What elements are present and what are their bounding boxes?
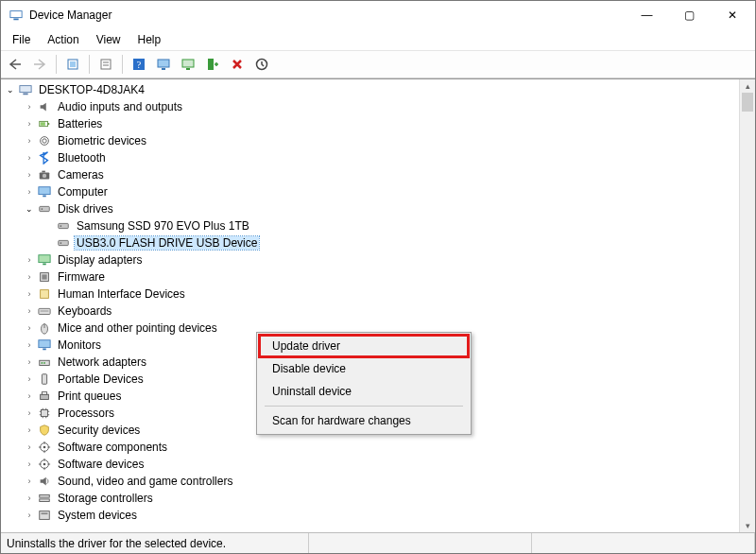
forward-arrow-icon[interactable]	[29, 54, 50, 75]
tree-item[interactable]: ›Audio inputs and outputs	[20, 98, 739, 115]
ctx-separator	[265, 406, 463, 407]
scan-toolbar-icon[interactable]	[202, 54, 223, 75]
expand-icon[interactable]: ›	[24, 322, 35, 334]
expand-icon[interactable]: ›	[24, 271, 35, 283]
expand-icon[interactable]: ›	[24, 356, 35, 368]
expand-icon[interactable]: ›	[24, 493, 35, 504]
expand-icon[interactable]: ›	[24, 305, 35, 317]
tree-item-label: Computer	[56, 185, 110, 199]
tree-item-label: Software devices	[56, 458, 146, 471]
tree-item-label: USB3.0 FLASH DRIVE USB Device	[75, 236, 259, 250]
expand-icon[interactable]: ›	[24, 390, 35, 402]
back-arrow-icon[interactable]	[5, 54, 26, 75]
menu-action[interactable]: Action	[40, 31, 86, 48]
svg-point-30	[60, 225, 62, 227]
tree-item-label: Print queues	[56, 390, 123, 403]
expand-icon[interactable]: ›	[24, 288, 35, 300]
expand-icon[interactable]: ›	[24, 459, 35, 470]
svg-point-20	[41, 137, 49, 146]
scroll-thumb[interactable]	[742, 93, 753, 112]
ctx-update-driver[interactable]: Update driver	[259, 335, 469, 357]
expand-icon[interactable]: ›	[24, 373, 35, 385]
disk-icon	[56, 218, 71, 234]
tree-item[interactable]: ›Firmware	[20, 268, 739, 286]
tree-item[interactable]: ›Software devices	[20, 456, 739, 473]
collapse-icon[interactable]: ⌄	[24, 203, 35, 215]
svg-point-28	[42, 208, 43, 210]
expand-icon[interactable]: ›	[24, 407, 35, 419]
tree-item-label: Biometric devices	[56, 134, 148, 147]
expand-icon[interactable]: ›	[24, 254, 35, 266]
vertical-scrollbar[interactable]: ▴ ▾	[739, 79, 755, 532]
collapse-icon[interactable]: ⌄	[5, 84, 16, 95]
uninstall-toolbar-icon[interactable]	[227, 54, 248, 75]
tree-item[interactable]: ›Biometric devices	[20, 132, 739, 149]
titlebar: Device Manager — ▢ ✕	[1, 1, 755, 29]
minimize-button[interactable]: —	[626, 2, 668, 28]
tree-item-label: Monitors	[56, 338, 103, 352]
properties-icon[interactable]	[95, 54, 116, 75]
window-controls: — ▢ ✕	[626, 2, 753, 28]
scroll-down-icon[interactable]: ▾	[740, 519, 755, 532]
svg-rect-36	[42, 274, 46, 279]
tree-item[interactable]: ›Software components	[20, 439, 739, 456]
printer-icon	[37, 389, 52, 404]
ctx-scan-hardware[interactable]: Scan for hardware changes	[259, 409, 469, 432]
expand-icon[interactable]: ›	[24, 101, 35, 113]
system-icon	[37, 508, 52, 523]
tree-scroll-area[interactable]: ⌄DESKTOP-4D8JAK4›Audio inputs and output…	[1, 79, 739, 532]
expand-icon[interactable]: ›	[24, 476, 35, 487]
help-icon[interactable]: ?	[129, 54, 149, 75]
svg-rect-16	[23, 94, 27, 95]
mouse-icon	[37, 320, 52, 336]
expand-icon[interactable]: ›	[24, 424, 35, 436]
tree-item[interactable]: ›Bluetooth	[20, 149, 739, 166]
ctx-disable-device[interactable]: Disable device	[259, 357, 469, 380]
show-hidden-icon[interactable]	[62, 54, 83, 75]
svg-rect-48	[41, 394, 49, 399]
device-manager-window: Device Manager — ▢ ✕ File Action View He…	[0, 0, 756, 554]
expand-icon[interactable]: ›	[24, 186, 35, 198]
tree-item[interactable]: ⌄DESKTOP-4D8JAK4	[1, 81, 739, 98]
maximize-button[interactable]: ▢	[668, 2, 711, 28]
expand-icon[interactable]: ›	[24, 169, 35, 181]
security-icon	[37, 423, 52, 438]
menu-file[interactable]: File	[5, 31, 38, 48]
tree-item[interactable]: Samsung SSD 970 EVO Plus 1TB	[39, 217, 739, 234]
menu-help[interactable]: Help	[130, 31, 169, 48]
tree-item[interactable]: ›Cameras	[20, 166, 739, 183]
tree-item[interactable]: ›Sound, video and game controllers	[20, 473, 739, 490]
tree-item[interactable]: ›System devices	[20, 507, 739, 524]
statusbar: Uninstalls the driver for the selected d…	[1, 532, 755, 553]
svg-rect-3	[70, 61, 76, 67]
svg-text:?: ?	[137, 60, 142, 70]
menu-view[interactable]: View	[89, 31, 129, 48]
close-button[interactable]: ✕	[711, 2, 753, 28]
tree-item-label: Samsung SSD 970 EVO Plus 1TB	[75, 219, 251, 233]
tree-item[interactable]: ›Display adapters	[20, 251, 739, 268]
tree-item[interactable]: ›Computer	[20, 183, 739, 200]
update-driver-toolbar-icon[interactable]	[178, 54, 198, 75]
battery-icon	[37, 116, 52, 131]
scroll-up-icon[interactable]: ▴	[740, 79, 755, 93]
tree-item[interactable]: USB3.0 FLASH DRIVE USB Device	[39, 234, 739, 251]
tree-item[interactable]: ›Storage controllers	[20, 490, 739, 507]
disable-toolbar-icon[interactable]	[251, 54, 272, 75]
expand-icon[interactable]: ›	[24, 152, 35, 164]
tree-item[interactable]: ›Human Interface Devices	[20, 286, 739, 303]
bluetooth-icon	[37, 150, 52, 165]
expand-icon[interactable]: ›	[24, 135, 35, 147]
tree-item[interactable]: ⌄Disk drives	[20, 200, 739, 217]
expand-icon[interactable]: ›	[24, 441, 35, 453]
tree-item[interactable]: ›Batteries	[20, 115, 739, 132]
tree-item-label: Bluetooth	[56, 151, 108, 164]
expand-icon[interactable]: ›	[24, 118, 35, 130]
audio-icon	[37, 99, 52, 114]
monitor-toolbar-icon[interactable]	[153, 54, 174, 75]
expand-icon[interactable]: ›	[24, 510, 35, 521]
toolbar-separator	[56, 55, 57, 74]
ctx-uninstall-device[interactable]: Uninstall device	[259, 380, 469, 403]
sound-icon	[37, 474, 52, 489]
expand-icon[interactable]: ›	[24, 339, 35, 351]
tree-item[interactable]: ›Keyboards	[20, 303, 739, 320]
